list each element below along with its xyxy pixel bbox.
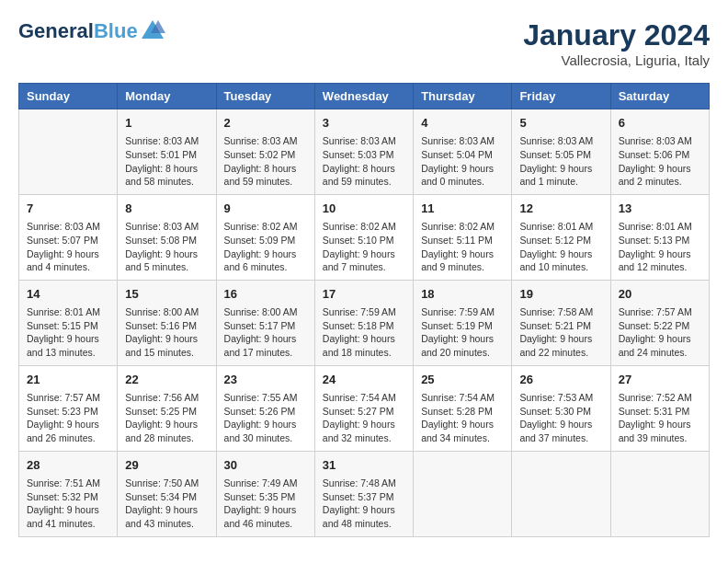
day-info: Sunrise: 7:54 AMSunset: 5:28 PMDaylight:… [421,391,504,445]
day-info: Sunrise: 8:01 AMSunset: 5:13 PMDaylight:… [619,220,701,274]
calendar-cell: 25Sunrise: 7:54 AMSunset: 5:28 PMDayligh… [414,365,512,451]
day-number: 15 [125,286,208,303]
day-number: 1 [125,115,208,132]
weekday-header-monday: Monday [118,84,216,109]
calendar-cell [19,109,118,195]
calendar-cell: 15Sunrise: 8:00 AMSunset: 5:16 PMDayligh… [118,280,216,365]
calendar-cell: 30Sunrise: 7:49 AMSunset: 5:35 PMDayligh… [216,451,314,536]
day-info: Sunrise: 8:01 AMSunset: 5:15 PMDaylight:… [27,305,109,360]
calendar-cell: 6Sunrise: 8:03 AMSunset: 5:06 PMDaylight… [610,109,709,195]
calendar-cell: 22Sunrise: 7:56 AMSunset: 5:25 PMDayligh… [118,365,216,451]
day-number: 7 [27,201,109,217]
day-number: 31 [323,457,405,474]
calendar-cell: 27Sunrise: 7:52 AMSunset: 5:31 PMDayligh… [610,365,709,451]
day-number: 3 [323,115,405,132]
day-number: 22 [125,372,208,388]
calendar-cell: 23Sunrise: 7:55 AMSunset: 5:26 PMDayligh… [216,365,314,451]
day-info: Sunrise: 8:00 AMSunset: 5:17 PMDaylight:… [224,305,307,360]
day-info: Sunrise: 7:55 AMSunset: 5:26 PMDaylight:… [224,391,307,445]
weekday-header-tuesday: Tuesday [216,84,314,109]
day-info: Sunrise: 8:02 AMSunset: 5:10 PMDaylight:… [323,220,405,274]
calendar-week-row: 1Sunrise: 8:03 AMSunset: 5:01 PMDaylight… [19,109,710,195]
day-info: Sunrise: 8:03 AMSunset: 5:03 PMDaylight:… [323,134,405,189]
day-number: 26 [519,372,602,388]
calendar-cell: 4Sunrise: 8:03 AMSunset: 5:04 PMDaylight… [414,109,512,195]
calendar-cell: 3Sunrise: 8:03 AMSunset: 5:03 PMDaylight… [314,109,413,195]
day-info: Sunrise: 7:53 AMSunset: 5:30 PMDaylight:… [519,391,602,445]
calendar-cell: 1Sunrise: 8:03 AMSunset: 5:01 PMDaylight… [118,109,216,195]
day-info: Sunrise: 7:50 AMSunset: 5:34 PMDaylight:… [125,477,208,531]
day-info: Sunrise: 7:59 AMSunset: 5:18 PMDaylight:… [323,305,405,360]
calendar-table: SundayMondayTuesdayWednesdayThursdayFrid… [18,83,710,537]
calendar-cell: 24Sunrise: 7:54 AMSunset: 5:27 PMDayligh… [314,365,413,451]
day-info: Sunrise: 8:03 AMSunset: 5:07 PMDaylight:… [27,220,109,274]
calendar-cell: 11Sunrise: 8:02 AMSunset: 5:11 PMDayligh… [414,194,512,280]
calendar-cell: 19Sunrise: 7:58 AMSunset: 5:21 PMDayligh… [512,280,610,365]
day-info: Sunrise: 7:56 AMSunset: 5:25 PMDaylight:… [125,391,208,445]
day-number: 16 [224,286,307,303]
calendar-cell: 5Sunrise: 8:03 AMSunset: 5:05 PMDaylight… [512,109,610,195]
day-number: 28 [27,457,109,474]
day-number: 25 [421,372,504,388]
calendar-cell: 20Sunrise: 7:57 AMSunset: 5:22 PMDayligh… [610,280,709,365]
day-info: Sunrise: 7:52 AMSunset: 5:31 PMDaylight:… [619,391,701,445]
day-info: Sunrise: 8:03 AMSunset: 5:04 PMDaylight:… [421,134,504,189]
day-info: Sunrise: 7:58 AMSunset: 5:21 PMDaylight:… [519,305,602,360]
calendar-cell: 14Sunrise: 8:01 AMSunset: 5:15 PMDayligh… [19,280,118,365]
calendar-week-row: 7Sunrise: 8:03 AMSunset: 5:07 PMDaylight… [19,194,710,280]
logo-icon [140,18,165,44]
day-number: 12 [519,201,602,217]
day-info: Sunrise: 8:03 AMSunset: 5:05 PMDaylight:… [519,134,602,189]
calendar-week-row: 21Sunrise: 7:57 AMSunset: 5:23 PMDayligh… [19,365,710,451]
calendar-cell: 21Sunrise: 7:57 AMSunset: 5:23 PMDayligh… [19,365,118,451]
calendar-cell: 7Sunrise: 8:03 AMSunset: 5:07 PMDaylight… [19,194,118,280]
day-number: 20 [619,286,701,303]
calendar-cell: 10Sunrise: 8:02 AMSunset: 5:10 PMDayligh… [314,194,413,280]
calendar-week-row: 14Sunrise: 8:01 AMSunset: 5:15 PMDayligh… [19,280,710,365]
day-number: 30 [224,457,307,474]
weekday-header-thursday: Thursday [414,84,512,109]
day-number: 17 [323,286,405,303]
day-info: Sunrise: 8:03 AMSunset: 5:02 PMDaylight:… [224,134,307,189]
calendar-week-row: 28Sunrise: 7:51 AMSunset: 5:32 PMDayligh… [19,451,710,536]
day-number: 18 [421,286,504,303]
day-number: 11 [421,201,504,217]
day-number: 4 [421,115,504,132]
logo: GeneralBlue [18,18,165,44]
calendar-cell: 9Sunrise: 8:02 AMSunset: 5:09 PMDaylight… [216,194,314,280]
day-number: 6 [619,115,701,132]
day-info: Sunrise: 8:03 AMSunset: 5:06 PMDaylight:… [619,134,701,189]
day-info: Sunrise: 7:57 AMSunset: 5:23 PMDaylight:… [27,391,109,445]
calendar-cell: 26Sunrise: 7:53 AMSunset: 5:30 PMDayligh… [512,365,610,451]
day-info: Sunrise: 7:54 AMSunset: 5:27 PMDaylight:… [323,391,405,445]
weekday-header-row: SundayMondayTuesdayWednesdayThursdayFrid… [19,84,710,109]
calendar-cell: 31Sunrise: 7:48 AMSunset: 5:37 PMDayligh… [314,451,413,536]
day-info: Sunrise: 8:03 AMSunset: 5:01 PMDaylight:… [125,134,208,189]
day-info: Sunrise: 7:59 AMSunset: 5:19 PMDaylight:… [421,305,504,360]
calendar-cell: 12Sunrise: 8:01 AMSunset: 5:12 PMDayligh… [512,194,610,280]
calendar-cell: 2Sunrise: 8:03 AMSunset: 5:02 PMDaylight… [216,109,314,195]
day-number: 21 [27,372,109,388]
calendar-header: SundayMondayTuesdayWednesdayThursdayFrid… [19,84,710,109]
logo-text: GeneralBlue [18,20,138,42]
day-number: 5 [519,115,602,132]
day-number: 8 [125,201,208,217]
calendar-cell [414,451,512,536]
day-info: Sunrise: 8:02 AMSunset: 5:09 PMDaylight:… [224,220,307,274]
calendar-cell: 17Sunrise: 7:59 AMSunset: 5:18 PMDayligh… [314,280,413,365]
calendar-cell: 13Sunrise: 8:01 AMSunset: 5:13 PMDayligh… [610,194,709,280]
day-info: Sunrise: 7:49 AMSunset: 5:35 PMDaylight:… [224,477,307,531]
calendar-cell: 29Sunrise: 7:50 AMSunset: 5:34 PMDayligh… [118,451,216,536]
day-info: Sunrise: 8:00 AMSunset: 5:16 PMDaylight:… [125,305,208,360]
day-info: Sunrise: 7:57 AMSunset: 5:22 PMDaylight:… [619,305,701,360]
day-number: 24 [323,372,405,388]
weekday-header-saturday: Saturday [610,84,709,109]
day-number: 13 [619,201,701,217]
day-number: 9 [224,201,307,217]
calendar-cell: 28Sunrise: 7:51 AMSunset: 5:32 PMDayligh… [19,451,118,536]
day-number: 14 [27,286,109,303]
day-number: 10 [323,201,405,217]
day-info: Sunrise: 8:01 AMSunset: 5:12 PMDaylight:… [519,220,602,274]
title-block: January 2024 Vallecrosia, Liguria, Italy [523,18,710,68]
calendar-cell [610,451,709,536]
